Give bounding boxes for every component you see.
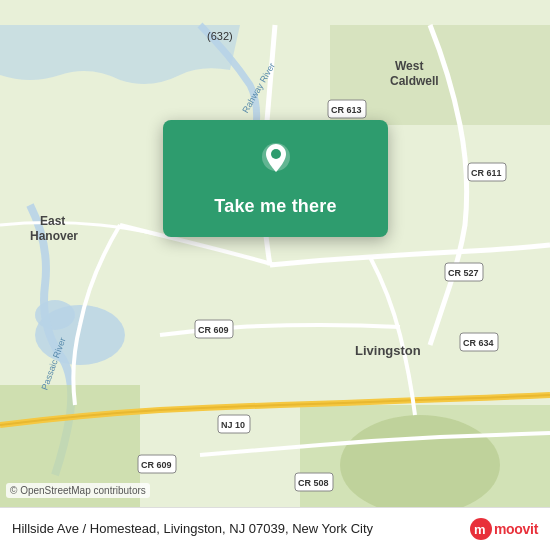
svg-text:CR 611: CR 611 (471, 168, 502, 178)
svg-text:East: East (40, 214, 65, 228)
moovit-logo: m moovit (470, 518, 538, 540)
svg-point-4 (340, 415, 500, 515)
svg-text:West: West (395, 59, 423, 73)
location-card: Take me there (163, 120, 388, 237)
svg-text:(632): (632) (207, 30, 233, 42)
svg-text:CR 609: CR 609 (198, 325, 229, 335)
map-container: (632) CR 613 CR 611 CR 527 CR 609 CR 609… (0, 0, 550, 550)
address-text: Hillside Ave / Homestead, Livingston, NJ… (12, 521, 462, 538)
svg-text:CR 634: CR 634 (463, 338, 494, 348)
location-pin-icon (254, 138, 298, 182)
svg-text:CR 613: CR 613 (331, 105, 362, 115)
svg-text:m: m (474, 522, 486, 537)
moovit-logo-icon: m (470, 518, 492, 540)
bottom-bar: Hillside Ave / Homestead, Livingston, NJ… (0, 507, 550, 550)
svg-text:Caldwell: Caldwell (390, 74, 439, 88)
svg-text:Hanover: Hanover (30, 229, 78, 243)
svg-point-31 (271, 149, 281, 159)
svg-rect-2 (0, 385, 140, 525)
moovit-logo-text: moovit (494, 521, 538, 537)
take-me-there-button[interactable]: Take me there (206, 192, 344, 221)
map-svg: (632) CR 613 CR 611 CR 527 CR 609 CR 609… (0, 0, 550, 550)
svg-text:CR 508: CR 508 (298, 478, 329, 488)
svg-text:CR 609: CR 609 (141, 460, 172, 470)
svg-text:NJ 10: NJ 10 (221, 420, 245, 430)
svg-text:CR 527: CR 527 (448, 268, 479, 278)
svg-text:Livingston: Livingston (355, 343, 421, 358)
osm-attribution: © OpenStreetMap contributors (6, 483, 150, 498)
